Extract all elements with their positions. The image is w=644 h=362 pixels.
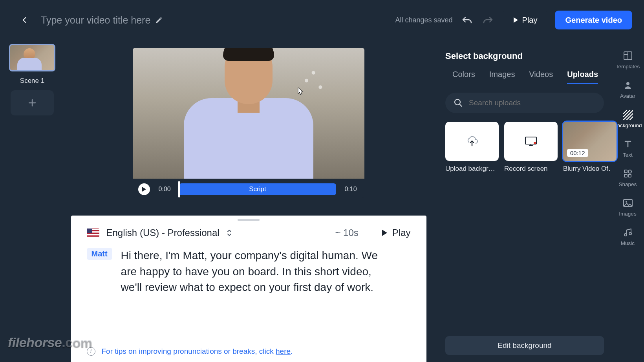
- svg-rect-5: [624, 170, 627, 173]
- add-scene-button[interactable]: [11, 90, 54, 115]
- header-play-label: Play: [522, 16, 538, 25]
- rail-shapes[interactable]: Shapes: [611, 168, 644, 187]
- monitor-icon: [524, 135, 538, 147]
- header-play-button[interactable]: Play: [502, 11, 548, 29]
- rail-label: Shapes: [619, 181, 637, 187]
- templates-icon: [622, 50, 633, 61]
- search-icon: [454, 99, 463, 107]
- tab-colors[interactable]: Colors: [452, 70, 475, 84]
- clip-duration-badge: 00:12: [567, 149, 588, 157]
- background-panel: Select background Colors Images Videos U…: [438, 40, 611, 362]
- background-panel-title: Select background: [445, 51, 604, 61]
- svg-point-4: [626, 82, 629, 85]
- upload-background-label: Upload background: [445, 165, 499, 173]
- script-panel: English (US) - Professional ~ 10s Play M…: [71, 216, 426, 362]
- generate-video-button[interactable]: Generate video: [555, 11, 632, 29]
- current-time: 0:00: [156, 186, 173, 193]
- video-canvas[interactable]: [133, 48, 364, 179]
- rail-templates[interactable]: Templates: [611, 50, 644, 69]
- play-icon: [142, 186, 146, 192]
- image-icon: [622, 197, 633, 208]
- rail-label: Avatar: [620, 93, 635, 99]
- info-icon: i: [87, 347, 95, 356]
- tab-videos[interactable]: Videos: [529, 70, 553, 84]
- svg-rect-8: [628, 174, 631, 177]
- pencil-icon[interactable]: [155, 16, 163, 24]
- cloud-upload-icon: [465, 135, 479, 147]
- panel-drag-handle[interactable]: [238, 219, 260, 221]
- video-title-placeholder[interactable]: Type your video title here: [41, 15, 150, 26]
- duration-estimate: ~ 10s: [335, 227, 358, 238]
- svg-point-12: [629, 232, 631, 235]
- tip-link[interactable]: here: [276, 347, 291, 355]
- svg-point-10: [626, 201, 627, 203]
- tab-uploads[interactable]: Uploads: [567, 70, 598, 84]
- video-player: 0:00 Script 0:10: [133, 48, 364, 198]
- record-screen-tile[interactable]: Record screen: [504, 122, 558, 173]
- upload-background-tile[interactable]: Upload background: [445, 122, 499, 173]
- script-segment[interactable]: Script: [179, 183, 336, 195]
- tip-suffix: .: [291, 347, 293, 355]
- background-icon: [622, 109, 633, 120]
- right-tool-rail: Templates Avatar Background Text Shapes …: [611, 40, 644, 362]
- rail-avatar[interactable]: Avatar: [611, 80, 644, 99]
- svg-point-11: [624, 234, 627, 236]
- rail-label: Background: [613, 122, 642, 128]
- rail-label: Templates: [616, 64, 640, 69]
- search-uploads[interactable]: [445, 93, 604, 113]
- cursor-icon: [298, 87, 304, 96]
- scene-thumbnail[interactable]: [9, 44, 55, 71]
- chevron-up-down-icon[interactable]: [227, 229, 232, 237]
- uploaded-clip-tile[interactable]: 00:12 Blurry Video Of P...: [563, 122, 617, 173]
- background-tabs: Colors Images Videos Uploads: [445, 70, 604, 84]
- scene-label: Scene 1: [20, 77, 44, 85]
- rail-label: Text: [623, 152, 633, 158]
- text-icon: [622, 139, 633, 150]
- voice-language-selector[interactable]: English (US) - Professional: [106, 227, 220, 238]
- redo-button[interactable]: [481, 13, 495, 27]
- save-status: All changes saved: [395, 16, 452, 24]
- svg-point-0: [455, 99, 460, 105]
- play-icon: [513, 17, 518, 23]
- player-play-button[interactable]: [138, 183, 150, 195]
- svg-point-6: [628, 170, 631, 173]
- rail-label: Images: [619, 211, 636, 217]
- script-play-label: Play: [392, 227, 411, 238]
- shapes-icon: [622, 168, 633, 179]
- record-screen-label: Record screen: [504, 165, 558, 173]
- undo-button[interactable]: [460, 13, 474, 27]
- svg-rect-7: [624, 174, 627, 177]
- script-play-button[interactable]: Play: [381, 227, 411, 238]
- script-text-input[interactable]: Hi there, I'm Matt, your company's digit…: [121, 248, 380, 296]
- rail-label: Music: [621, 240, 635, 246]
- scene-column: Scene 1: [0, 40, 59, 362]
- back-button[interactable]: [20, 15, 29, 25]
- rail-images[interactable]: Images: [611, 197, 644, 217]
- rail-music[interactable]: Music: [611, 227, 644, 246]
- tip-text: For tips on improving pronunciations or …: [102, 347, 276, 355]
- edit-background-button[interactable]: Edit background: [445, 336, 604, 355]
- svg-point-2: [534, 142, 536, 144]
- flag-icon: [87, 229, 99, 237]
- avatar-icon: [622, 80, 633, 91]
- tab-images[interactable]: Images: [489, 70, 515, 84]
- music-icon: [622, 227, 633, 238]
- pronunciation-tip: i For tips on improving pronunciations o…: [87, 347, 293, 356]
- play-icon: [381, 229, 388, 236]
- uploaded-clip-label: Blurry Video Of P...: [563, 165, 617, 173]
- timeline-track[interactable]: Script: [179, 183, 336, 195]
- total-time: 0:10: [342, 186, 359, 193]
- playhead[interactable]: [178, 181, 180, 197]
- search-uploads-input[interactable]: [469, 99, 595, 107]
- speaker-chip[interactable]: Matt: [87, 248, 112, 260]
- plus-icon: [28, 99, 37, 107]
